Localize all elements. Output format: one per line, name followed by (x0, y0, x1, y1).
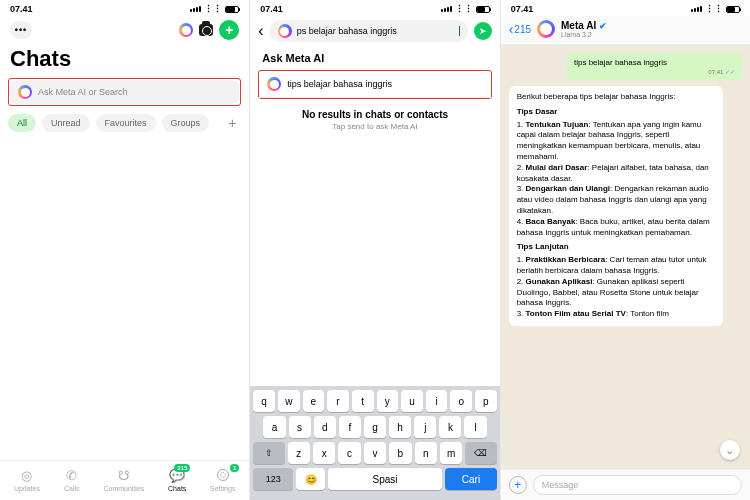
signal-icon (190, 6, 201, 12)
key-x[interactable]: x (313, 442, 335, 464)
key-a[interactable]: a (263, 416, 285, 438)
user-message[interactable]: tips belajar bahasa inggris 07.41 ✓✓ (567, 53, 742, 80)
key-k[interactable]: k (439, 416, 461, 438)
search-input[interactable]: Ask Meta AI or Search (10, 80, 239, 104)
filter-row: All Unread Favourites Groups + (0, 106, 249, 140)
key-b[interactable]: b (389, 442, 411, 464)
signal-icon (691, 6, 702, 12)
updates-icon: ◎ (19, 467, 35, 483)
ask-heading: Ask Meta AI (250, 48, 499, 70)
search-header: ‹ ➤ (250, 16, 499, 48)
back-button[interactable]: ‹215 (509, 21, 531, 37)
wifi-icon: ⋮⋮ (455, 4, 473, 14)
wifi-icon: ⋮⋮ (204, 4, 222, 14)
settings-icon (215, 467, 231, 483)
chats-badge: 215 (174, 464, 190, 472)
key-s[interactable]: s (289, 416, 311, 438)
suggestion-highlight: tips belajar bahasa inggris (258, 70, 491, 99)
key-w[interactable]: w (278, 390, 300, 412)
clock: 07.41 (511, 4, 534, 14)
scroll-down-button[interactable]: ⌄ (720, 440, 740, 460)
chat-body[interactable]: tips belajar bahasa inggris 07.41 ✓✓ Ber… (501, 45, 750, 469)
filter-unread[interactable]: Unread (42, 114, 90, 132)
new-chat-button[interactable]: + (219, 20, 239, 40)
meta-ai-ring-icon (267, 77, 281, 91)
key-⌫[interactable]: ⌫ (465, 442, 496, 464)
chat-screen: 07.41 ⋮⋮ ‹215 Meta AI✔ Llama 3.2 tips be… (501, 0, 750, 500)
compose-bar: + Message (501, 469, 750, 500)
key-n[interactable]: n (415, 442, 437, 464)
shift-key[interactable]: ⇧ (253, 442, 284, 464)
read-icon: ✓✓ (725, 69, 735, 75)
search-box[interactable] (270, 20, 468, 42)
key-p[interactable]: p (475, 390, 497, 412)
key-q[interactable]: q (253, 390, 275, 412)
calls-icon: ✆ (64, 467, 80, 483)
key-m[interactable]: m (440, 442, 462, 464)
key-z[interactable]: z (288, 442, 310, 464)
key-g[interactable]: g (364, 416, 386, 438)
key-l[interactable]: l (464, 416, 486, 438)
meta-ai-icon[interactable] (179, 23, 193, 37)
enter-key[interactable]: Cari (445, 468, 496, 490)
key-row-1: qwertyuiop (253, 390, 496, 412)
key-i[interactable]: i (426, 390, 448, 412)
tab-communities[interactable]: ☋Communities (103, 467, 144, 492)
search-screen: 07.41 ⋮⋮ ‹ ➤ Ask Meta AI tips belajar ba… (250, 0, 499, 500)
text-cursor (459, 26, 460, 36)
search-placeholder: Ask Meta AI or Search (38, 87, 128, 97)
attach-button[interactable]: + (509, 476, 527, 494)
search-field[interactable] (297, 26, 454, 36)
model-label: Llama 3.2 (561, 31, 607, 38)
space-key[interactable]: Spasi (328, 468, 442, 490)
emoji-key[interactable]: 😊 (296, 468, 325, 490)
key-c[interactable]: c (338, 442, 360, 464)
wifi-icon: ⋮⋮ (705, 4, 723, 14)
filter-favourites[interactable]: Favourites (96, 114, 156, 132)
key-h[interactable]: h (389, 416, 411, 438)
no-results: No results in chats or contacts (250, 103, 499, 122)
key-t[interactable]: t (352, 390, 374, 412)
filter-all[interactable]: All (8, 114, 36, 132)
numbers-key[interactable]: 123 (253, 468, 293, 490)
clock: 07.41 (260, 4, 283, 14)
suggestion-row[interactable]: tips belajar bahasa inggris (259, 71, 490, 98)
add-filter-button[interactable]: + (223, 115, 241, 131)
message-input[interactable]: Message (533, 475, 742, 495)
send-button[interactable]: ➤ (474, 22, 492, 40)
chats-screen: 07.41 ⋮⋮ ••• + Chats Ask Meta AI or Sear… (0, 0, 249, 500)
key-f[interactable]: f (339, 416, 361, 438)
status-bar: 07.41 ⋮⋮ (250, 0, 499, 16)
key-e[interactable]: e (303, 390, 325, 412)
back-button[interactable]: ‹ (258, 22, 263, 40)
key-r[interactable]: r (327, 390, 349, 412)
key-o[interactable]: o (450, 390, 472, 412)
tab-calls[interactable]: ✆Calls (64, 467, 80, 492)
key-j[interactable]: j (414, 416, 436, 438)
battery-icon (726, 6, 740, 13)
key-row-3: ⇧ zxcvbnm⌫ (253, 442, 496, 464)
chat-title-block[interactable]: Meta AI✔ Llama 3.2 (561, 20, 607, 38)
tab-settings[interactable]: 1Settings (210, 467, 235, 492)
battery-icon (225, 6, 239, 13)
tab-updates[interactable]: ◎Updates (14, 467, 40, 492)
suggestion-text: tips belajar bahasa inggris (287, 79, 392, 89)
key-d[interactable]: d (314, 416, 336, 438)
tab-bar: ◎Updates ✆Calls ☋Communities 💬215Chats 1… (0, 460, 249, 500)
settings-badge: 1 (230, 464, 239, 472)
no-results-sub: Tap send to ask Meta AI (250, 122, 499, 131)
ai-avatar[interactable] (537, 20, 555, 38)
ai-message[interactable]: Berikut beberapa tips belajar bahasa Ing… (509, 86, 724, 326)
signal-icon (441, 6, 452, 12)
page-title: Chats (0, 44, 249, 78)
key-u[interactable]: u (401, 390, 423, 412)
clock: 07.41 (10, 4, 33, 14)
tab-chats[interactable]: 💬215Chats (168, 467, 186, 492)
key-v[interactable]: v (364, 442, 386, 464)
key-row-4: 123 😊 Spasi Cari (253, 468, 496, 490)
chats-header: ••• + (0, 16, 249, 44)
key-y[interactable]: y (377, 390, 399, 412)
camera-icon[interactable] (199, 24, 213, 36)
filter-groups[interactable]: Groups (162, 114, 210, 132)
more-button[interactable]: ••• (10, 21, 32, 39)
